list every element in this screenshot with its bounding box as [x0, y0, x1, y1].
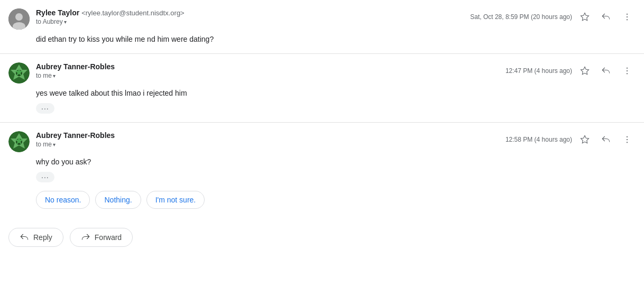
smart-reply-nothing[interactable]: Nothing. [95, 191, 141, 209]
forward-action-icon [81, 233, 90, 242]
more-button-3[interactable] [619, 131, 636, 148]
svg-point-21 [627, 139, 628, 140]
reply-icon-3 [601, 135, 611, 144]
svg-marker-11 [581, 67, 589, 75]
email-right-2: 12:47 PM (4 hours ago) [505, 62, 636, 79]
timestamp-3: 12:58 PM (4 hours ago) [505, 136, 572, 143]
svg-point-14 [627, 73, 628, 74]
email-body-3: why do you ask? ··· [36, 156, 636, 182]
email-body-2: yes weve talked about this lmao i reject… [36, 88, 636, 114]
reply-icon-1 [601, 12, 611, 22]
expand-dots-button-2[interactable]: ··· [36, 103, 54, 114]
svg-point-1 [15, 13, 23, 21]
email-right-1: Sat, Oct 28, 8:59 PM (20 hours ago) [470, 8, 636, 25]
reply-button-3[interactable] [597, 131, 614, 148]
svg-marker-19 [581, 136, 589, 143]
reply-action-label: Reply [33, 233, 52, 242]
chevron-down-icon-2: ▾ [53, 73, 56, 79]
email-left-1: Rylee Taylor <rylee.taylor@student.nisdt… [8, 8, 185, 30]
email-item-2: Aubrey Tanner-Robles to me ▾ 12:47 PM (4… [0, 54, 644, 123]
reply-action-icon [20, 233, 29, 242]
to-line-2[interactable]: to me ▾ [36, 72, 115, 79]
email-thread: Rylee Taylor <rylee.taylor@student.nisdt… [0, 0, 644, 255]
email-header-1: Rylee Taylor <rylee.taylor@student.nisdt… [8, 8, 636, 30]
chevron-down-icon-1: ▾ [64, 19, 67, 25]
email-left-3: Aubrey Tanner-Robles to me ▾ [8, 131, 115, 152]
sender-name-1: Rylee Taylor <rylee.taylor@student.nisdt… [36, 8, 185, 17]
email-left-2: Aubrey Tanner-Robles to me ▾ [8, 62, 115, 84]
avatar-aubrey-1 [8, 62, 30, 84]
timestamp-2: 12:47 PM (4 hours ago) [505, 67, 572, 75]
reply-icon-2 [601, 66, 611, 76]
svg-point-20 [627, 136, 628, 137]
avatar-aubrey-2 [8, 131, 30, 152]
star-icon-1 [580, 12, 590, 22]
svg-point-13 [627, 70, 628, 71]
chevron-down-icon-3: ▾ [53, 142, 56, 147]
star-icon-3 [580, 135, 590, 144]
email-item-1: Rylee Taylor <rylee.taylor@student.nisdt… [0, 0, 644, 54]
star-icon-2 [580, 66, 590, 76]
email-right-3: 12:58 PM (4 hours ago) [505, 131, 636, 148]
sender-info-3: Aubrey Tanner-Robles to me ▾ [36, 131, 115, 148]
to-line-3[interactable]: to me ▾ [36, 141, 115, 148]
sender-info-2: Aubrey Tanner-Robles to me ▾ [36, 62, 115, 79]
smart-replies: No reason. Nothing. I'm not sure. [36, 191, 636, 209]
expand-dots-button-3[interactable]: ··· [36, 172, 54, 182]
svg-marker-3 [581, 13, 589, 21]
action-bar: Reply Forward [0, 217, 644, 255]
sender-email-1: <rylee.taylor@student.nisdtx.org> [81, 9, 185, 17]
sender-name-2: Aubrey Tanner-Robles [36, 62, 115, 71]
svg-point-12 [627, 68, 628, 69]
email-header-3: Aubrey Tanner-Robles to me ▾ 12:58 PM (4… [8, 131, 636, 152]
forward-action-label: Forward [95, 233, 122, 242]
reply-button-2[interactable] [597, 62, 614, 79]
svg-point-22 [627, 142, 628, 143]
avatar-rylee [8, 8, 30, 30]
dots-row-3: ··· [36, 172, 636, 182]
star-button-1[interactable] [576, 8, 593, 25]
star-button-3[interactable] [576, 131, 593, 148]
svg-point-4 [627, 14, 628, 15]
more-button-1[interactable] [619, 8, 636, 25]
forward-action-button[interactable]: Forward [70, 228, 133, 247]
dots-row-2: ··· [36, 103, 636, 114]
svg-point-5 [627, 16, 628, 17]
star-button-2[interactable] [576, 62, 593, 79]
email-body-1: did ethan try to kiss you while me nd hi… [36, 34, 636, 45]
more-icon-3 [622, 135, 632, 144]
email-header-2: Aubrey Tanner-Robles to me ▾ 12:47 PM (4… [8, 62, 636, 84]
sender-info-1: Rylee Taylor <rylee.taylor@student.nisdt… [36, 8, 185, 25]
timestamp-1: Sat, Oct 28, 8:59 PM (20 hours ago) [470, 13, 572, 21]
sender-name-3: Aubrey Tanner-Robles [36, 131, 115, 140]
reply-action-button[interactable]: Reply [8, 228, 63, 247]
more-icon-2 [622, 66, 632, 76]
email-item-3: Aubrey Tanner-Robles to me ▾ 12:58 PM (4… [0, 123, 644, 217]
to-line-1[interactable]: to Aubrey ▾ [36, 18, 185, 25]
smart-reply-no-reason[interactable]: No reason. [36, 191, 90, 209]
more-button-2[interactable] [619, 62, 636, 79]
smart-reply-not-sure[interactable]: I'm not sure. [146, 191, 205, 209]
more-icon-1 [622, 12, 632, 22]
reply-button-1[interactable] [597, 8, 614, 25]
svg-point-6 [627, 19, 628, 20]
